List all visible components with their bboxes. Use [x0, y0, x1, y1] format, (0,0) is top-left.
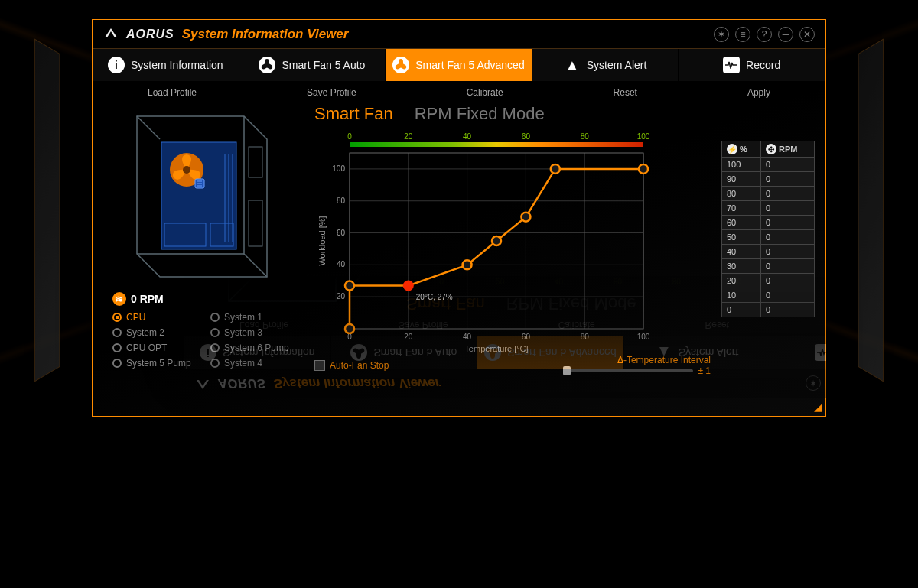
table-row[interactable]: 900: [722, 172, 815, 187]
cell-pct: 60: [722, 216, 761, 230]
svg-rect-14: [249, 147, 262, 177]
cell-pct: 100: [722, 158, 761, 172]
svg-point-4: [183, 166, 190, 174]
action-load-profile[interactable]: Load Profile: [148, 87, 197, 98]
rpm-value: 0 RPM: [131, 293, 164, 305]
fan-selector-label: System 6 Pump: [224, 343, 289, 353]
fan-curve-chart[interactable]: 02040608010002040608010020406080100Tempe…: [314, 130, 711, 344]
resize-grip[interactable]: ◢: [814, 401, 822, 413]
mode-rpm-fixed[interactable]: RPM Fixed Mode: [415, 104, 545, 124]
radio-icon: [210, 328, 220, 337]
info-icon: i: [108, 57, 125, 73]
table-row[interactable]: 300: [722, 259, 815, 274]
close-icon[interactable]: ✕: [799, 27, 815, 42]
rpm-table-panel: ⚡% ✣RPM 10009008007006005004003002001000…: [718, 104, 825, 410]
cell-pct: 20: [722, 274, 761, 288]
app-window: AORUS System Information Viewer ✶ ≡ ? ─ …: [92, 19, 826, 417]
svg-text:0: 0: [347, 132, 352, 141]
radio-icon: [112, 343, 122, 352]
svg-line-0: [137, 116, 160, 139]
table-row[interactable]: 1000: [722, 158, 815, 172]
fan-selector-item[interactable]: System 5 Pump: [112, 358, 194, 369]
mode-smart-fan[interactable]: Smart Fan: [314, 104, 393, 124]
cell-rpm: 0: [761, 288, 815, 303]
alert-icon: ▲: [564, 57, 581, 73]
svg-text:60: 60: [522, 132, 531, 141]
svg-text:40: 40: [337, 260, 346, 268]
fan-selector-label: System 1: [224, 312, 262, 323]
fan-selector-item[interactable]: System 2: [112, 327, 194, 338]
svg-text:80: 80: [337, 197, 346, 205]
svg-text:100: 100: [637, 333, 650, 341]
svg-point-49: [345, 281, 354, 291]
auto-fan-stop-checkbox[interactable]: Auto-Fan Stop: [314, 360, 389, 371]
minimize-icon[interactable]: ─: [778, 27, 793, 42]
list-icon[interactable]: ≡: [735, 27, 750, 42]
table-row[interactable]: 200: [722, 274, 815, 288]
cell-rpm: 0: [761, 230, 815, 245]
settings-icon[interactable]: ✶: [714, 27, 729, 42]
fan-selector-item[interactable]: CPU OPT: [112, 343, 194, 353]
slider-thumb[interactable]: [563, 366, 571, 375]
pc-case-diagram: [122, 109, 282, 284]
cell-rpm: 0: [761, 158, 815, 172]
table-row[interactable]: 800: [722, 187, 815, 201]
cell-pct: 80: [722, 187, 761, 201]
svg-text:100: 100: [332, 164, 345, 173]
help-icon[interactable]: ?: [757, 27, 772, 42]
app-title: System Information Viewer: [182, 27, 349, 42]
table-row[interactable]: 700: [722, 201, 815, 216]
spin-icon: ≋: [112, 292, 126, 306]
radio-icon: [112, 328, 122, 337]
svg-text:80: 80: [581, 333, 590, 341]
tab-system-alert[interactable]: ▲ System Alert: [532, 49, 679, 81]
cell-pct: 70: [722, 201, 761, 216]
tab-smart-fan-auto[interactable]: Smart Fan 5 Auto: [239, 49, 386, 81]
table-row[interactable]: 400: [722, 245, 815, 259]
fan-icon: [259, 57, 275, 73]
cell-pct: 0: [722, 303, 761, 317]
radio-icon: [112, 359, 122, 368]
left-panel: ≋ 0 RPM CPUSystem 1System 2System 3CPU O…: [93, 104, 307, 410]
action-calibrate[interactable]: Calibrate: [467, 87, 503, 98]
rpm-table-header-pct: ⚡%: [722, 141, 761, 158]
svg-text:60: 60: [522, 333, 531, 341]
svg-rect-15: [249, 200, 262, 246]
fan-selector-item[interactable]: System 1: [210, 312, 291, 323]
table-row[interactable]: 500: [722, 230, 815, 245]
cell-rpm: 0: [761, 274, 815, 288]
svg-text:Temperature [°C]: Temperature [°C]: [464, 344, 528, 353]
temp-interval-slider[interactable]: [563, 369, 693, 372]
cell-rpm: 0: [761, 303, 815, 317]
fan-selector-item[interactable]: CPU: [112, 312, 194, 323]
tab-record[interactable]: Record: [679, 49, 825, 81]
fan-selector-item[interactable]: System 3: [210, 327, 291, 338]
cell-pct: 10: [722, 288, 761, 303]
table-row[interactable]: 600: [722, 216, 815, 230]
fan-selector-item[interactable]: System 4: [210, 358, 291, 369]
tab-label: System Alert: [587, 59, 647, 71]
action-bar: Load Profile Save Profile Calibrate Rese…: [93, 81, 825, 104]
action-save-profile[interactable]: Save Profile: [307, 87, 356, 98]
fan-selector-label: System 4: [224, 358, 262, 369]
fan-selector-item[interactable]: System 6 Pump: [210, 343, 291, 353]
action-reset[interactable]: Reset: [614, 87, 637, 98]
tab-label: Smart Fan 5 Advanced: [415, 59, 524, 71]
tab-system-information[interactable]: i System Information: [93, 49, 239, 81]
tab-smart-fan-advanced[interactable]: Smart Fan 5 Advanced: [386, 49, 532, 81]
action-apply[interactable]: Apply: [747, 87, 770, 98]
svg-point-48: [345, 324, 354, 333]
svg-point-55: [639, 164, 648, 174]
svg-text:60: 60: [337, 229, 346, 237]
svg-point-53: [521, 213, 530, 222]
fan-selector-label: System 2: [126, 327, 164, 338]
fan-selector-label: CPU OPT: [126, 343, 167, 353]
svg-text:40: 40: [463, 132, 472, 141]
svg-point-51: [463, 260, 472, 269]
cell-rpm: 0: [761, 245, 815, 259]
table-row[interactable]: 100: [722, 288, 815, 303]
fan-selector-label: System 5 Pump: [126, 358, 191, 369]
main-tab-bar: i System Information Smart Fan 5 Auto Sm…: [93, 49, 825, 81]
svg-text:40: 40: [463, 333, 472, 341]
table-row[interactable]: 00: [722, 303, 815, 317]
